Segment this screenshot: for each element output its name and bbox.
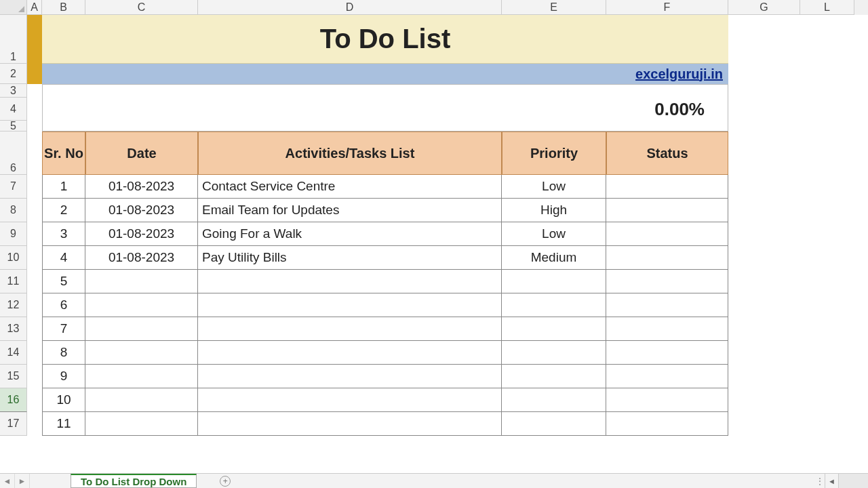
cell-G13[interactable] xyxy=(728,317,800,341)
cell-status[interactable] xyxy=(606,341,728,365)
cell-status[interactable] xyxy=(606,199,728,222)
cell-status[interactable] xyxy=(606,412,728,436)
row-header-5[interactable]: 5 xyxy=(0,121,27,131)
cell-priority[interactable]: High xyxy=(502,199,606,222)
row-header-10[interactable]: 10 xyxy=(0,246,27,270)
cell-status[interactable] xyxy=(606,388,728,412)
cell-L6[interactable] xyxy=(800,131,854,175)
col-header-L[interactable]: L xyxy=(800,0,854,15)
cell-A10[interactable] xyxy=(27,246,42,270)
cell-A6[interactable] xyxy=(27,131,42,175)
website-link[interactable]: excelguruji.in xyxy=(635,66,723,82)
cell-task[interactable] xyxy=(198,388,502,412)
cell-L5[interactable] xyxy=(800,121,854,131)
cell-srno[interactable]: 2 xyxy=(42,199,85,222)
row-header-17[interactable]: 17 xyxy=(0,412,27,436)
cell-L9[interactable] xyxy=(800,222,854,246)
row-header-7[interactable]: 7 xyxy=(0,175,27,199)
cell-L17[interactable] xyxy=(800,412,854,436)
cell-G4[interactable] xyxy=(728,98,800,121)
cell-A5[interactable] xyxy=(27,121,42,131)
cell-A15[interactable] xyxy=(27,365,42,388)
cell-task[interactable]: Going For a Walk xyxy=(198,222,502,246)
cell-priority[interactable] xyxy=(502,412,606,436)
cell-G2[interactable] xyxy=(728,64,800,84)
cell-G16[interactable] xyxy=(728,388,800,412)
cell-task[interactable]: Contact Service Centre xyxy=(198,175,502,199)
th-activities[interactable]: Activities/Tasks List xyxy=(198,131,502,175)
cell-priority[interactable] xyxy=(502,365,606,388)
cell-A14[interactable] xyxy=(27,341,42,365)
cell-G7[interactable] xyxy=(728,175,800,199)
cell-G5[interactable] xyxy=(728,121,800,131)
cell-date[interactable] xyxy=(85,293,198,317)
cell-G12[interactable] xyxy=(728,293,800,317)
row-header-12[interactable]: 12 xyxy=(0,293,27,317)
col-header-A[interactable]: A xyxy=(27,0,42,15)
cell-date[interactable] xyxy=(85,341,198,365)
row-header-4[interactable]: 4 xyxy=(0,98,27,121)
row-header-8[interactable]: 8 xyxy=(0,199,27,222)
cell-status[interactable] xyxy=(606,222,728,246)
cell-task[interactable] xyxy=(198,365,502,388)
row-header-1[interactable]: 1 xyxy=(0,15,27,64)
cell-date[interactable] xyxy=(85,317,198,341)
add-sheet-button[interactable]: + xyxy=(216,474,235,488)
cell-date[interactable]: 01-08-2023 xyxy=(85,175,198,199)
cell-status[interactable] xyxy=(606,293,728,317)
cell-L15[interactable] xyxy=(800,365,854,388)
cell-task[interactable]: Email Team for Updates xyxy=(198,199,502,222)
th-date[interactable]: Date xyxy=(85,131,198,175)
cell-A8[interactable] xyxy=(27,199,42,222)
cell-G10[interactable] xyxy=(728,246,800,270)
tab-options-icon[interactable]: ⋮ xyxy=(814,474,825,488)
row-header-2[interactable]: 2 xyxy=(0,64,27,84)
cell-srno[interactable]: 6 xyxy=(42,293,85,317)
cell-G14[interactable] xyxy=(728,341,800,365)
cell-task[interactable] xyxy=(198,293,502,317)
sheet-tab-active[interactable]: To Do List Drop Down xyxy=(71,474,197,488)
cell-A7[interactable] xyxy=(27,175,42,199)
cell-priority[interactable] xyxy=(502,293,606,317)
row-header-11[interactable]: 11 xyxy=(0,270,27,293)
tab-nav-next[interactable]: ► xyxy=(15,474,30,488)
hscroll-left[interactable]: ◄ xyxy=(825,474,838,488)
cell-priority[interactable] xyxy=(502,317,606,341)
col-header-E[interactable]: E xyxy=(502,0,606,15)
cell-status[interactable] xyxy=(606,365,728,388)
cell-L16[interactable] xyxy=(800,388,854,412)
hscroll-track[interactable] xyxy=(838,474,868,488)
row-header-9[interactable]: 9 xyxy=(0,222,27,246)
col-header-D[interactable]: D xyxy=(198,0,502,15)
cell-date[interactable] xyxy=(85,270,198,293)
cell-srno[interactable]: 7 xyxy=(42,317,85,341)
cell-A3[interactable] xyxy=(27,84,42,98)
cell-G11[interactable] xyxy=(728,270,800,293)
cell-task[interactable] xyxy=(198,341,502,365)
cell-task[interactable] xyxy=(198,270,502,293)
col-header-C[interactable]: C xyxy=(85,0,198,15)
row-header-15[interactable]: 15 xyxy=(0,365,27,388)
th-status[interactable]: Status xyxy=(606,131,728,175)
cell-A17[interactable] xyxy=(27,412,42,436)
col-header-G[interactable]: G xyxy=(728,0,800,15)
cell-date[interactable]: 01-08-2023 xyxy=(85,246,198,270)
col-header-F[interactable]: F xyxy=(606,0,728,15)
cell-status[interactable] xyxy=(606,270,728,293)
cell-srno[interactable]: 10 xyxy=(42,388,85,412)
cell-date[interactable] xyxy=(85,365,198,388)
select-all-corner[interactable] xyxy=(0,0,27,15)
cell-L8[interactable] xyxy=(800,199,854,222)
cell-A16[interactable] xyxy=(27,388,42,412)
cell-L13[interactable] xyxy=(800,317,854,341)
row-header-13[interactable]: 13 xyxy=(0,317,27,341)
cell-srno[interactable]: 3 xyxy=(42,222,85,246)
cell-G9[interactable] xyxy=(728,222,800,246)
tab-nav-prev[interactable]: ◄ xyxy=(0,474,15,488)
cell-srno[interactable]: 11 xyxy=(42,412,85,436)
cell-task[interactable]: Pay Utility Bills xyxy=(198,246,502,270)
cell-status[interactable] xyxy=(606,175,728,199)
cell-L14[interactable] xyxy=(800,341,854,365)
th-priority[interactable]: Priority xyxy=(502,131,606,175)
cell-L2[interactable] xyxy=(800,64,854,84)
